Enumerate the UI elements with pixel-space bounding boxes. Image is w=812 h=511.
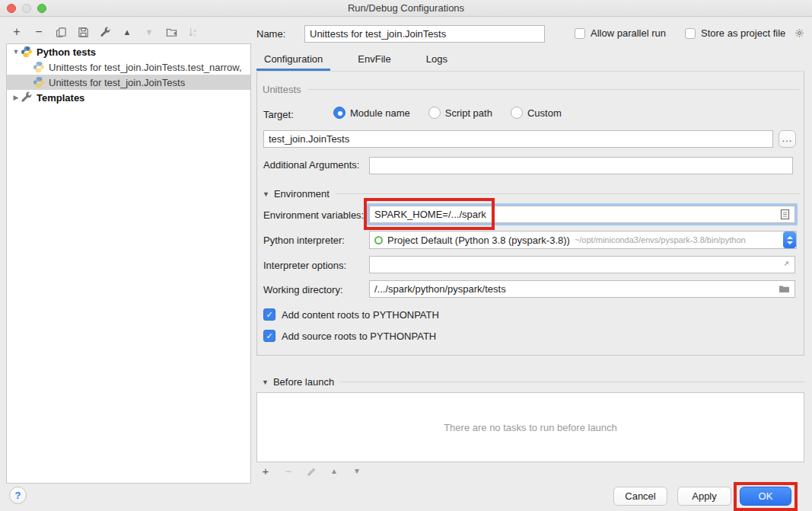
configurations-tree: ▼ Python tests Unittests for test_join.J… xyxy=(6,43,251,484)
folder-icon[interactable] xyxy=(779,284,790,294)
divider xyxy=(340,382,804,382)
add-source-roots-checkbox[interactable]: ✓ Add source roots to PYTHONPATH xyxy=(263,330,436,342)
before-launch-title: Before launch xyxy=(273,376,334,388)
python-interpreter-select[interactable]: Project Default (Python 3.8 (pyspark-3.8… xyxy=(369,231,797,249)
store-as-project-file-checkbox[interactable]: Store as project file xyxy=(685,27,805,39)
interpreter-options-input[interactable] xyxy=(369,256,795,273)
tab-logs[interactable]: Logs xyxy=(419,53,455,71)
tree-item-unittest-jointests[interactable]: Unittests for test_join.JoinTests xyxy=(7,75,250,90)
environment-variables-value: SPARK_HOME=/.../spark xyxy=(374,209,486,220)
edit-variables-icon[interactable] xyxy=(780,209,790,220)
help-button[interactable]: ? xyxy=(9,487,27,504)
move-up-icon[interactable]: ▲ xyxy=(121,26,133,38)
working-directory-input[interactable]: /.../spark/python/pyspark/tests xyxy=(369,280,795,298)
move-down-icon: ▼ xyxy=(143,26,155,38)
target-radio-group: Module name Script path Custom xyxy=(333,107,572,119)
target-label: Target: xyxy=(263,109,294,120)
remove-configuration-icon[interactable]: − xyxy=(33,26,45,38)
settings-tabs: Configuration EnvFile Logs xyxy=(256,50,804,72)
working-directory-value: /.../spark/python/pyspark/tests xyxy=(374,283,506,295)
environment-variables-label: Environment variables: xyxy=(263,209,364,221)
chevron-up-icon xyxy=(787,236,793,239)
radio-module-name[interactable]: Module name xyxy=(333,107,410,119)
remove-task-icon: − xyxy=(282,465,295,477)
edit-task-icon xyxy=(305,465,317,477)
radio-selected-icon[interactable] xyxy=(333,107,345,119)
additional-arguments-input[interactable] xyxy=(369,157,793,174)
run-debug-configurations-dialog: Run/Debug Configurations + − ▲ ▼ az ▼ Py… xyxy=(0,0,812,511)
chevron-down-icon xyxy=(787,241,793,244)
allow-parallel-run-label: Allow parallel run xyxy=(591,27,666,39)
move-task-up-icon[interactable]: ▲ xyxy=(328,465,340,477)
titlebar: Run/Debug Configurations xyxy=(0,0,812,17)
target-input[interactable] xyxy=(263,130,773,148)
chevron-down-icon[interactable]: ▼ xyxy=(263,190,269,198)
python-test-icon xyxy=(33,76,45,88)
svg-text:z: z xyxy=(193,33,196,37)
unittests-group-title: Unittests xyxy=(263,84,301,95)
tree-item-python-tests[interactable]: ▼ Python tests xyxy=(7,44,250,59)
chevron-down-icon[interactable]: ▼ xyxy=(262,378,269,386)
browse-target-button[interactable]: ... xyxy=(779,130,796,148)
interpreter-options-label: Interpreter options: xyxy=(263,260,346,271)
add-content-roots-checkbox[interactable]: ✓ Add content roots to PYTHONPATH xyxy=(263,308,439,321)
tree-item-label: Python tests xyxy=(37,46,96,58)
radio-label: Module name xyxy=(350,107,410,119)
allow-parallel-run-checkbox[interactable]: Allow parallel run xyxy=(575,27,666,39)
name-label: Name: xyxy=(256,28,285,40)
environment-section-header[interactable]: ▼ Environment xyxy=(263,188,800,200)
tree-item-label: Unittests for test_join.JoinTests.test_n… xyxy=(49,62,242,73)
checked-checkbox-icon[interactable]: ✓ xyxy=(263,330,275,342)
chevron-down-icon[interactable]: ▼ xyxy=(11,48,21,56)
divider xyxy=(336,193,800,194)
new-folder-icon[interactable] xyxy=(165,26,177,38)
chevron-right-icon[interactable]: ▶ xyxy=(11,94,21,101)
python-interpreter-path: ~/opt/miniconda3/envs/pyspark-3.8/bin/py… xyxy=(575,235,746,244)
move-task-down-icon[interactable]: ▼ xyxy=(351,465,363,477)
configuration-panel: Unittests Target: Module name Script pat… xyxy=(256,72,804,356)
tab-configuration[interactable]: Configuration xyxy=(256,53,330,71)
add-configuration-icon[interactable]: + xyxy=(11,26,23,38)
divider xyxy=(307,89,800,90)
tab-envfile[interactable]: EnvFile xyxy=(350,53,398,71)
tree-item-unittest-narrow[interactable]: Unittests for test_join.JoinTests.test_n… xyxy=(7,59,250,75)
before-launch-empty-text: There are no tasks to run before launch xyxy=(444,422,617,433)
edit-templates-icon[interactable] xyxy=(99,26,111,38)
gear-icon[interactable] xyxy=(794,27,805,39)
radio-icon[interactable] xyxy=(428,107,441,119)
environment-section-title: Environment xyxy=(274,188,330,200)
radio-custom[interactable]: Custom xyxy=(511,107,562,119)
python-test-icon xyxy=(33,61,45,73)
conda-env-icon xyxy=(374,236,383,244)
save-configuration-icon[interactable] xyxy=(77,26,89,38)
radio-icon[interactable] xyxy=(511,107,523,119)
working-directory-label: Working directory: xyxy=(263,284,343,295)
checked-checkbox-icon[interactable]: ✓ xyxy=(263,308,275,321)
add-content-roots-label: Add content roots to PYTHONPATH xyxy=(282,309,439,321)
python-interpreter-value: Project Default (Python 3.8 (pyspark-3.8… xyxy=(387,235,570,246)
environment-variables-field[interactable]: SPARK_HOME=/.../spark xyxy=(367,203,798,225)
copy-configuration-icon[interactable] xyxy=(55,26,67,38)
checkbox-icon[interactable] xyxy=(575,28,585,39)
radio-label: Script path xyxy=(445,107,492,119)
checkbox-icon[interactable] xyxy=(685,28,696,39)
store-as-project-file-label: Store as project file xyxy=(701,27,785,39)
sort-configurations-icon: az xyxy=(187,26,199,38)
radio-script-path[interactable]: Script path xyxy=(428,107,492,119)
python-tests-icon xyxy=(21,46,33,58)
cancel-button[interactable]: Cancel xyxy=(613,487,667,506)
additional-arguments-label: Additional Arguments: xyxy=(263,159,359,171)
before-launch-header[interactable]: ▼ Before launch xyxy=(262,376,804,388)
name-input[interactable] xyxy=(304,25,545,43)
unittests-group-header: Unittests xyxy=(263,84,800,95)
window-title: Run/Debug Configurations xyxy=(0,2,812,14)
ok-button[interactable]: OK xyxy=(740,487,791,506)
svg-text:a: a xyxy=(193,27,196,32)
add-task-icon[interactable]: + xyxy=(260,465,272,477)
tree-item-label: Unittests for test_join.JoinTests xyxy=(49,77,185,88)
interpreter-dropdown-button[interactable] xyxy=(783,232,796,248)
before-launch-toolbar: + − ▲ ▼ xyxy=(260,465,363,477)
apply-button[interactable]: Apply xyxy=(677,487,731,506)
tree-item-templates[interactable]: ▶ Templates xyxy=(7,90,250,105)
expand-field-icon[interactable] xyxy=(780,260,790,270)
